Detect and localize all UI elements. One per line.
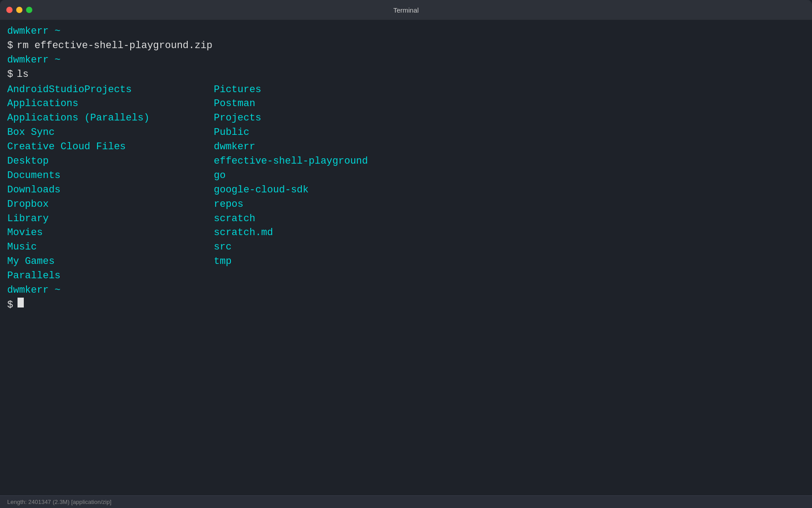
dollar-1: $ bbox=[7, 40, 13, 51]
traffic-lights bbox=[6, 7, 32, 13]
ls-item-right: src bbox=[214, 240, 805, 254]
command-line-1: $ rm effective-shell-playground.zip bbox=[7, 39, 805, 53]
command-ls: ls bbox=[17, 67, 28, 82]
ls-item-left: Desktop bbox=[7, 154, 214, 169]
cursor bbox=[18, 298, 24, 307]
prompt-2: dwmkerr ~ bbox=[7, 53, 61, 67]
ls-item-right: scratch bbox=[214, 212, 805, 226]
ls-item-left: Parallels bbox=[7, 269, 214, 283]
minimize-button[interactable] bbox=[16, 7, 22, 13]
titlebar: Terminal bbox=[0, 0, 812, 20]
command-line-2: $ ls bbox=[7, 67, 805, 82]
ls-item-right: tmp bbox=[214, 254, 805, 269]
ls-item-left: Downloads bbox=[7, 183, 214, 197]
window-title: Terminal bbox=[393, 6, 419, 14]
terminal-window: Terminal dwmkerr ~ $ rm effective-shell-… bbox=[0, 0, 812, 508]
prompt-1: dwmkerr ~ bbox=[7, 24, 61, 39]
ls-item-right: Pictures bbox=[214, 83, 805, 97]
terminal-body[interactable]: dwmkerr ~ $ rm effective-shell-playgroun… bbox=[0, 20, 812, 495]
ls-item-right: dwmkerr bbox=[214, 140, 805, 154]
ls-item-right: scratch.md bbox=[214, 226, 805, 240]
ls-item-left: Music bbox=[7, 240, 214, 254]
ls-item-right: Postman bbox=[214, 97, 805, 111]
ls-item-left: Applications (Parallels) bbox=[7, 111, 214, 125]
ls-item-left: Applications bbox=[7, 97, 214, 111]
ls-item-left: My Games bbox=[7, 254, 214, 269]
close-button[interactable] bbox=[6, 7, 13, 13]
ls-item-left: Dropbox bbox=[7, 197, 214, 212]
prompt-line-1: dwmkerr ~ bbox=[7, 24, 805, 39]
ls-item-right: Public bbox=[214, 125, 805, 140]
ls-item-right: effective-shell-playground bbox=[214, 154, 805, 169]
ls-item-right: repos bbox=[214, 197, 805, 212]
prompt-line-2: dwmkerr ~ bbox=[7, 53, 805, 67]
ls-item-right bbox=[214, 269, 805, 283]
ls-item-right: Projects bbox=[214, 111, 805, 125]
dollar-2: $ bbox=[7, 69, 13, 80]
ls-item-left: Box Sync bbox=[7, 125, 214, 140]
ls-item-left: AndroidStudioProjects bbox=[7, 83, 214, 97]
status-text: Length: 2401347 (2.3M) [application/zip] bbox=[7, 499, 111, 505]
maximize-button[interactable] bbox=[26, 7, 32, 13]
command-rm: rm effective-shell-playground.zip bbox=[17, 39, 212, 53]
statusbar: Length: 2401347 (2.3M) [application/zip] bbox=[0, 495, 812, 508]
ls-item-left: Library bbox=[7, 212, 214, 226]
ls-item-left: Documents bbox=[7, 169, 214, 183]
ls-item-right: google-cloud-sdk bbox=[214, 183, 805, 197]
prompt-3: dwmkerr ~ bbox=[7, 283, 61, 298]
ls-item-left: Movies bbox=[7, 226, 214, 240]
ls-item-left: Creative Cloud Files bbox=[7, 140, 214, 154]
prompt-line-3: dwmkerr ~ bbox=[7, 283, 805, 298]
ls-item-right: go bbox=[214, 169, 805, 183]
dollar-3: $ bbox=[7, 299, 13, 311]
command-line-3: $ bbox=[7, 298, 805, 311]
ls-output: AndroidStudioProjectsPicturesApplication… bbox=[7, 83, 805, 283]
